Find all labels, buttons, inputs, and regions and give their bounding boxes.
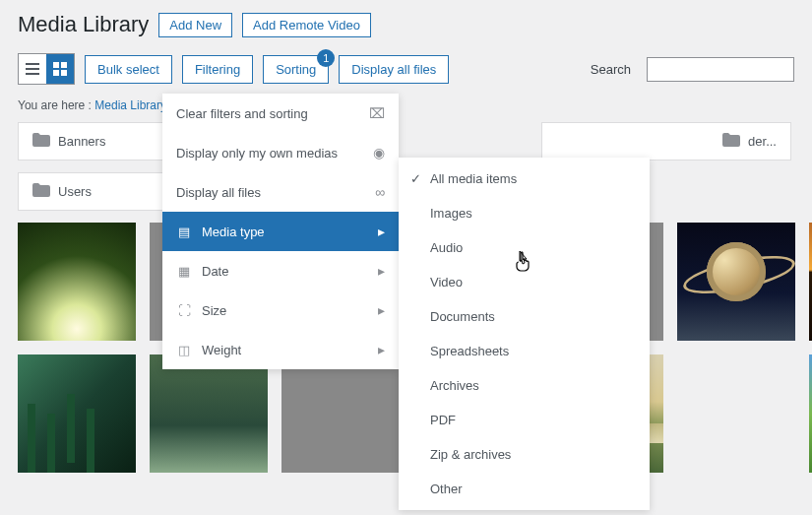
broom-icon: ⌧ xyxy=(369,105,385,121)
filtering-button[interactable]: Filtering xyxy=(182,55,253,84)
submenu-images[interactable]: Images xyxy=(399,196,650,230)
filtering-dropdown: Clear filters and sorting ⌧ Display only… xyxy=(162,94,399,369)
chevron-right-icon: ▸ xyxy=(378,342,385,357)
page-title: Media Library xyxy=(18,12,149,37)
submenu-archives[interactable]: Archives xyxy=(399,368,650,403)
filter-label: Date xyxy=(202,264,228,279)
media-thumbnail[interactable] xyxy=(677,223,795,341)
grid-icon xyxy=(52,61,68,77)
filter-weight[interactable]: ◫ Weight ▸ xyxy=(162,330,399,369)
search-input[interactable] xyxy=(647,57,794,82)
submenu-all-media[interactable]: All media items xyxy=(399,161,650,196)
add-remote-video-button[interactable]: Add Remote Video xyxy=(242,13,371,37)
filter-label: Media type xyxy=(202,225,265,239)
filter-label: Display all files xyxy=(176,185,261,200)
chevron-right-icon: ▸ xyxy=(378,302,385,318)
folder-label: Banners xyxy=(58,134,105,149)
chevron-right-icon: ▸ xyxy=(378,263,385,279)
media-thumbnail[interactable] xyxy=(150,354,268,473)
breadcrumb: You are here : Media Library xyxy=(0,95,812,122)
submenu-other[interactable]: Other xyxy=(399,472,650,506)
filter-media-type[interactable]: ▤ Media type ▸ xyxy=(162,212,399,251)
sorting-badge: 1 xyxy=(317,49,335,67)
search-label: Search xyxy=(591,62,631,77)
media-thumbnail[interactable] xyxy=(18,223,136,341)
bulk-select-button[interactable]: Bulk select xyxy=(85,55,172,84)
folder-icon xyxy=(32,183,50,200)
infinity-icon: ∞ xyxy=(375,184,385,200)
folder-label: der... xyxy=(748,134,777,149)
filter-size[interactable]: ⛶ Size ▸ xyxy=(162,290,399,330)
submenu-video[interactable]: Video xyxy=(399,265,650,299)
file-icon: ▤ xyxy=(176,225,192,239)
filter-label: Size xyxy=(202,303,226,318)
submenu-documents[interactable]: Documents xyxy=(399,299,650,334)
weight-icon: ◫ xyxy=(176,343,192,357)
folder-icon xyxy=(722,133,740,150)
filter-label: Weight xyxy=(202,343,241,357)
filter-label: Clear filters and sorting xyxy=(176,106,308,121)
folder-new[interactable]: der... xyxy=(541,122,791,161)
submenu-zip[interactable]: Zip & archives xyxy=(399,437,650,472)
size-icon: ⛶ xyxy=(176,303,192,318)
calendar-icon: ▦ xyxy=(176,264,192,279)
submenu-pdf[interactable]: PDF xyxy=(399,403,650,437)
media-thumbnail[interactable] xyxy=(281,354,400,473)
filter-display-all[interactable]: Display all files ∞ xyxy=(162,172,399,212)
filter-clear[interactable]: Clear filters and sorting ⌧ xyxy=(162,94,399,133)
chevron-right-icon: ▸ xyxy=(378,224,385,239)
filter-only-own[interactable]: Display only my own medias ◉ xyxy=(162,133,399,172)
media-type-submenu: All media items Images Audio Video Docum… xyxy=(399,158,650,510)
submenu-audio[interactable]: Audio xyxy=(399,230,650,265)
person-icon: ◉ xyxy=(373,145,385,161)
folder-icon xyxy=(32,133,50,150)
filter-label: Display only my own medias xyxy=(176,146,338,161)
folder-label: Users xyxy=(58,184,92,199)
submenu-spreadsheets[interactable]: Spreadsheets xyxy=(399,334,650,368)
grid-view-button[interactable] xyxy=(46,54,74,84)
filter-date[interactable]: ▦ Date ▸ xyxy=(162,251,399,290)
list-icon xyxy=(25,61,40,77)
add-new-button[interactable]: Add New xyxy=(158,13,232,37)
breadcrumb-prefix: You are here xyxy=(18,98,85,112)
media-thumbnail[interactable] xyxy=(18,354,136,473)
view-toggle xyxy=(18,53,75,85)
display-all-files-button[interactable]: Display all files xyxy=(339,55,449,84)
breadcrumb-link[interactable]: Media Library xyxy=(94,98,166,112)
breadcrumb-sep: : xyxy=(85,98,94,112)
list-view-button[interactable] xyxy=(19,54,46,84)
